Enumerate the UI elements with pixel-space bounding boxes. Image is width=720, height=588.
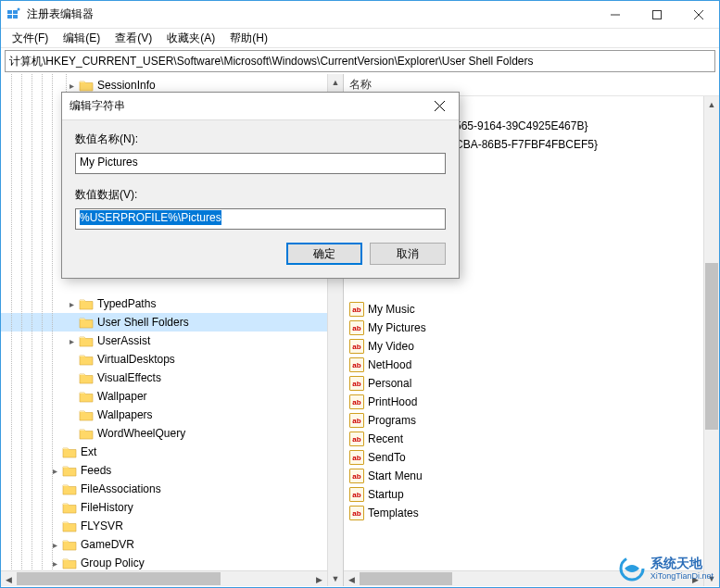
cancel-button[interactable]: 取消: [370, 243, 446, 265]
tree-item-label: VisualEffects: [97, 371, 161, 384]
list-item[interactable]: abPrograms: [344, 411, 719, 430]
app-icon: [6, 7, 21, 22]
tree-item-label: GameDVR: [81, 538, 134, 551]
tree-item-label: UserAssist: [97, 334, 150, 347]
scroll-left-icon[interactable]: ◀: [1, 571, 17, 586]
svg-rect-1: [13, 10, 18, 14]
close-button[interactable]: [677, 1, 719, 29]
scroll-down-icon[interactable]: ▼: [328, 570, 343, 586]
tree-item-label: Group Policy: [81, 557, 145, 569]
value-name: Programs: [368, 414, 416, 427]
folder-icon: [62, 445, 77, 458]
list-item[interactable]: abStartup: [344, 485, 719, 504]
tree-item-label: User Shell Folders: [97, 316, 189, 329]
minimize-button[interactable]: [594, 1, 636, 29]
svg-point-4: [18, 7, 20, 10]
string-value-icon: ab: [349, 450, 364, 465]
scroll-up-icon[interactable]: ▲: [328, 74, 343, 90]
menu-favorites[interactable]: 收藏夹(A): [159, 29, 222, 48]
tree-item-label: TypedPaths: [97, 297, 156, 310]
dialog-close-button[interactable]: [420, 93, 459, 120]
string-value-icon: ab: [349, 339, 364, 354]
value-name: SendTo: [368, 451, 406, 464]
value-name: My Music: [368, 303, 415, 316]
dialog-titlebar[interactable]: 编辑字符串: [62, 93, 459, 120]
chevron-right-icon[interactable]: ▸: [49, 557, 60, 569]
chevron-right-icon[interactable]: ▸: [66, 80, 77, 91]
titlebar: 注册表编辑器: [1, 1, 719, 29]
window-title: 注册表编辑器: [27, 6, 594, 22]
chevron-right-icon[interactable]: ▸: [49, 539, 60, 550]
list-item[interactable]: abPrintHood: [344, 393, 719, 411]
list-item[interactable]: abRecent: [344, 430, 719, 448]
window-controls: [594, 1, 719, 29]
svg-rect-3: [13, 15, 18, 19]
scroll-thumb-h[interactable]: [17, 572, 221, 585]
list-item[interactable]: abPersonal: [344, 374, 719, 393]
value-name-label: 数值名称(N):: [75, 131, 446, 147]
string-value-icon: ab: [349, 376, 364, 391]
list-item[interactable]: abMy Pictures: [344, 319, 719, 337]
chevron-right-icon[interactable]: ▸: [49, 465, 60, 476]
list-item[interactable]: abSendTo: [344, 448, 719, 467]
menu-view[interactable]: 查看(V): [107, 29, 159, 48]
list-item[interactable]: abNetHood: [344, 356, 719, 374]
expander-empty: [49, 502, 60, 513]
folder-icon: [62, 538, 77, 551]
tree-item-label: FileAssociations: [81, 482, 161, 495]
watermark-url: XiTongTianDi.net: [651, 571, 714, 582]
folder-icon: [79, 297, 94, 310]
maximize-button[interactable]: [636, 1, 677, 29]
folder-icon: [79, 79, 94, 92]
tree-scrollbar-h[interactable]: ◀ ▶: [1, 570, 327, 586]
edit-string-dialog: 编辑字符串 数值名称(N): My Pictures 数值数据(V): %USE…: [61, 92, 460, 279]
expander-empty: [49, 520, 60, 532]
value-name-field[interactable]: My Pictures: [75, 153, 446, 174]
scroll-up-icon[interactable]: ▲: [704, 96, 719, 112]
folder-icon: [79, 353, 94, 366]
folder-icon: [79, 334, 94, 347]
folder-icon: [79, 316, 94, 329]
list-scrollbar-v[interactable]: ▲ ▼: [703, 96, 719, 586]
expander-empty: [66, 372, 77, 383]
list-item[interactable]: abMy Video: [344, 337, 719, 356]
menu-edit[interactable]: 编辑(E): [56, 29, 107, 48]
chevron-right-icon[interactable]: ▸: [66, 335, 77, 346]
value-name: My Video: [368, 340, 414, 353]
tree-item-label: Wallpapers: [97, 408, 153, 421]
value-data-label: 数值数据(V):: [75, 187, 446, 203]
tree-item-label: Ext: [81, 445, 96, 458]
tree-item-label: Feeds: [81, 464, 111, 477]
scroll-right-icon[interactable]: ▶: [311, 571, 327, 586]
ok-button[interactable]: 确定: [286, 243, 362, 265]
value-name: Start Menu: [368, 469, 423, 482]
list-item[interactable]: abTemplates: [344, 504, 719, 522]
watermark: 系统天地 XiTongTianDi.net: [619, 556, 714, 582]
address-bar[interactable]: 计算机\HKEY_CURRENT_USER\Software\Microsoft…: [5, 50, 715, 72]
tree-item-label: WordWheelQuery: [97, 427, 185, 440]
menu-file[interactable]: 文件(F): [5, 29, 56, 48]
expander-empty: [49, 483, 60, 494]
expander-empty: [66, 391, 77, 402]
folder-icon: [62, 519, 77, 532]
dialog-title: 编辑字符串: [69, 98, 420, 114]
tree-item-label: VirtualDesktops: [97, 353, 175, 366]
chevron-right-icon[interactable]: ▸: [66, 298, 77, 309]
string-value-icon: ab: [349, 487, 364, 502]
folder-icon: [79, 427, 94, 440]
svg-rect-2: [7, 15, 12, 19]
scroll-left-icon[interactable]: ◀: [344, 571, 360, 586]
scroll-thumb-h[interactable]: [360, 572, 452, 585]
menubar: 文件(F) 编辑(E) 查看(V) 收藏夹(A) 帮助(H): [1, 29, 719, 48]
scroll-thumb[interactable]: [705, 263, 718, 430]
expander-empty: [66, 317, 77, 328]
value-data-field[interactable]: %USERPROFILE%\Pictures: [75, 208, 446, 230]
tree-item-label: FLYSVR: [81, 519, 123, 532]
watermark-name: 系统天地: [651, 556, 714, 571]
value-name: 565-9164-39C4925E467B}: [455, 119, 587, 132]
list-item[interactable]: abStart Menu: [344, 467, 719, 485]
menu-help[interactable]: 帮助(H): [222, 29, 275, 48]
list-item[interactable]: abMy Music: [344, 300, 719, 319]
value-name: My Pictures: [368, 321, 426, 334]
folder-icon: [79, 390, 94, 403]
